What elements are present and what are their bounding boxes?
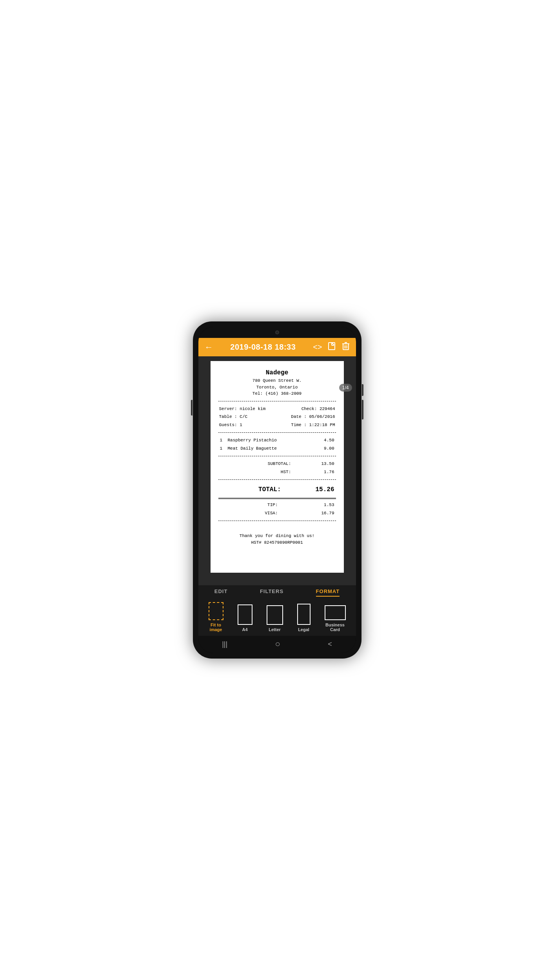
date-label: Date : 05/06/2016 — [279, 413, 335, 421]
a4-icon — [238, 604, 252, 625]
hst-value: 1.76 — [295, 468, 335, 476]
subtotal-row: SUBTOTAL: 13.50 — [219, 460, 335, 468]
store-name: Nadege — [218, 368, 336, 377]
nav-back-icon[interactable]: < — [328, 640, 332, 648]
bottom-tabs: EDIT FILTERS FORMAT Fit toimage A4 — [198, 585, 356, 636]
item-name-2: Meat Daily Baguette — [227, 445, 314, 452]
app-header: ← 2019-08-18 18:33 <> — [198, 338, 356, 356]
legal-icon — [297, 604, 311, 625]
item-row-1: 1 Raspberry Pistachio 4.50 — [219, 437, 335, 444]
tab-edit[interactable]: EDIT — [214, 588, 228, 597]
receipt-footer: Thank you for dining with us! HST# 82457… — [218, 533, 336, 546]
tip-value: 1.53 — [282, 501, 335, 509]
item-row-2: 1 Meat Daily Baguette 9.00 — [219, 445, 335, 452]
visa-row: VISA: 16.79 — [219, 510, 335, 517]
format-options: Fit toimage A4 Letter — [198, 598, 356, 636]
subtotal-label: SUBTOTAL: — [219, 460, 294, 468]
page-counter: 1/4 — [339, 384, 352, 392]
item-price-2: 9.00 — [314, 445, 335, 452]
address-line2: Toronto, Ontario — [218, 384, 336, 391]
nav-bar: ||| ○ < — [198, 636, 356, 653]
fit-label: Fit toimage — [210, 622, 222, 632]
receipt-paper: Nadege 780 Queen Street W. Toronto, Onta… — [211, 361, 344, 573]
total-table: TOTAL: 15.26 — [218, 483, 336, 496]
power-button-top — [362, 384, 363, 396]
table-label: Table : C/C — [219, 413, 278, 421]
item-qty-2: 1 — [219, 445, 226, 452]
volume-button — [191, 400, 193, 416]
visa-value: 16.79 — [282, 510, 335, 517]
legal-icon-shape — [297, 604, 311, 625]
divider-5 — [218, 521, 336, 521]
format-letter[interactable]: Letter — [267, 605, 283, 632]
total-value: 15.26 — [285, 484, 335, 495]
export-button[interactable] — [328, 342, 336, 352]
legal-label: Legal — [298, 627, 309, 632]
format-a4[interactable]: A4 — [238, 604, 252, 632]
divider-1 — [218, 401, 336, 401]
delete-button[interactable] — [342, 342, 350, 352]
receipt-header: Nadege 780 Queen Street W. Toronto, Onta… — [218, 368, 336, 397]
server-label: Server: nicole kim — [219, 405, 278, 413]
tip-row: TIP: 1.53 — [219, 501, 335, 509]
item-price-1: 4.50 — [314, 437, 335, 444]
back-button[interactable]: ← — [205, 342, 213, 352]
totals-table: SUBTOTAL: 13.50 HST: 1.76 — [218, 459, 336, 476]
tip-table: TIP: 1.53 VISA: 16.79 — [218, 501, 336, 517]
receipt-view: 1/4 Nadege 780 Queen Street W. Toronto, … — [198, 356, 356, 585]
header-actions: <> — [313, 342, 349, 352]
divider-3 — [218, 456, 336, 456]
letter-icon — [267, 605, 283, 625]
format-business-card[interactable]: BusinessCard — [325, 605, 346, 632]
total-row: TOTAL: 15.26 — [219, 484, 335, 495]
tip-label: TIP: — [219, 501, 281, 509]
time-label: Time : 1:22:18 PM — [279, 421, 335, 429]
visa-label: VISA: — [219, 510, 281, 517]
a4-icon-shape — [238, 604, 252, 625]
footer-line2: HST# 824579890RP0001 — [218, 539, 336, 546]
divider-4 — [218, 479, 336, 480]
receipt-items-table: 1 Raspberry Pistachio 4.50 1 Meat Daily … — [218, 436, 336, 453]
nav-menu-icon[interactable]: ||| — [222, 640, 227, 648]
check-label: Check: 229464 — [279, 405, 335, 413]
business-card-label: BusinessCard — [325, 622, 345, 632]
address-line3: Tel: (416) 368-2009 — [218, 390, 336, 397]
footer-line1: Thank you for dining with us! — [218, 533, 336, 539]
format-fit[interactable]: Fit toimage — [209, 602, 223, 632]
letter-icon-shape — [267, 605, 283, 625]
format-legal[interactable]: Legal — [297, 604, 311, 632]
tab-bar: EDIT FILTERS FORMAT — [198, 585, 356, 598]
subtotal-value: 13.50 — [295, 460, 335, 468]
fit-icon-shape — [209, 602, 223, 620]
nav-home-icon[interactable]: ○ — [275, 639, 280, 649]
divider-2 — [218, 432, 336, 433]
a4-label: A4 — [242, 627, 247, 632]
power-button-mid — [362, 400, 363, 419]
total-label: TOTAL: — [219, 484, 284, 495]
header-title: 2019-08-18 18:33 — [230, 343, 296, 352]
camera-area — [198, 327, 356, 338]
double-divider — [218, 498, 336, 499]
address-line1: 780 Queen Street W. — [218, 377, 336, 384]
letter-label: Letter — [269, 627, 281, 632]
camera-icon — [275, 330, 279, 334]
hst-row: HST: 1.76 — [219, 468, 335, 476]
business-card-icon — [325, 605, 346, 620]
item-name-1: Raspberry Pistachio — [227, 437, 314, 444]
hst-label: HST: — [219, 468, 294, 476]
tab-filters[interactable]: FILTERS — [260, 588, 283, 597]
tab-format[interactable]: FORMAT — [316, 588, 340, 597]
business-icon-shape — [325, 605, 346, 620]
item-qty-1: 1 — [219, 437, 226, 444]
fit-icon — [209, 602, 223, 620]
share-button[interactable]: <> — [313, 343, 322, 352]
guests-label: Guests: 1 — [219, 421, 278, 429]
phone-screen: ← 2019-08-18 18:33 <> — [198, 327, 356, 653]
receipt-info: Server: nicole kim Check: 229464 Table :… — [218, 405, 336, 430]
phone-frame: ← 2019-08-18 18:33 <> — [193, 321, 361, 659]
